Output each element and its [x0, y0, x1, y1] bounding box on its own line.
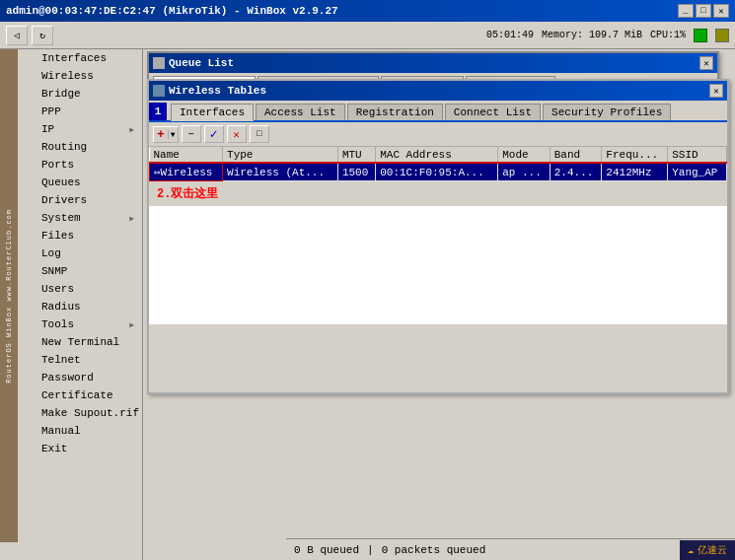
sidebar-item-ports[interactable]: Ports [18, 156, 142, 174]
sidebar-item-system[interactable]: System ▶ [18, 209, 142, 227]
sidebar-item-telnet[interactable]: Telnet [18, 351, 142, 369]
tab-access-list[interactable]: Access List [256, 104, 345, 120]
queue-list-close-button[interactable]: ✕ [699, 56, 713, 70]
wireless-title: Wireless Tables [169, 85, 266, 97]
sidebar-item-label: System [41, 212, 81, 224]
tab-security-profiles[interactable]: Security Profiles [543, 104, 671, 120]
sidebar-item-queues[interactable]: Queues [18, 174, 142, 191]
sidebar-item-tools[interactable]: Tools ▶ [18, 315, 142, 333]
wireless-tab-bar: 1 Interfaces Access List Registration Co… [149, 101, 727, 122]
tab-number-indicator: 1 [149, 103, 167, 120]
tab-interfaces[interactable]: Interfaces [171, 104, 254, 121]
sidebar-item-users[interactable]: Users [18, 280, 142, 298]
col-mode: Mode [498, 147, 551, 164]
sidebar-item-exit[interactable]: Exit [18, 440, 142, 457]
content-area: Queue List ✕ Simple Queues Interface Que… [143, 49, 735, 560]
arrow-icon: ▶ [129, 125, 134, 134]
sidebar-item-drivers[interactable]: Drivers [18, 191, 142, 209]
sidebar-item-manual[interactable]: Manual [18, 422, 142, 440]
sidebar-item-label: Files [41, 230, 74, 242]
wireless-empty-area [149, 206, 727, 324]
sidebar-item-label: Make Supout.rif [41, 407, 139, 419]
main-toolbar: ◁ ↻ 05:01:49 Memory: 109.7 MiB CPU:1% [0, 22, 735, 49]
tab-registration[interactable]: Registration [347, 104, 443, 120]
wireless-icon [153, 85, 165, 97]
cell-band: 2.4... [550, 164, 602, 181]
bottom-watermark: ☁ 亿速云 [680, 540, 735, 560]
sidebar-item-interfaces[interactable]: Interfaces [18, 49, 142, 67]
sidebar-item-label: Manual [41, 425, 81, 437]
back-button[interactable]: ◁ [6, 26, 28, 45]
col-type: Type [223, 147, 338, 164]
sidebar-item-label: Ports [41, 159, 74, 171]
table-header-row: Name Type MTU MAC Address Mode Band Freq… [150, 147, 727, 164]
time-display: 05:01:49 [486, 30, 534, 40]
watermark-text: RouterOS WinBox www.RouterClub.com [5, 209, 13, 384]
col-mtu: MTU [337, 147, 375, 164]
sidebar-item-label: Routing [41, 141, 87, 153]
sidebar-item-label: New Terminal [41, 336, 119, 348]
sidebar-item-routing[interactable]: Routing [18, 138, 142, 156]
sidebar-item-label: Bridge [41, 88, 81, 100]
sidebar-item-wireless[interactable]: Wireless [18, 67, 142, 85]
tab-connect-list[interactable]: Connect List [445, 104, 541, 120]
sidebar-item-make-supout[interactable]: Make Supout.rif [18, 404, 142, 422]
check-button[interactable]: ✓ [204, 125, 224, 143]
table-row[interactable]: ⇔Wireless Wireless (At... 1500 00:1C:F0:… [150, 164, 727, 181]
toolbar-nav: ◁ ↻ [6, 26, 53, 45]
wireless-table: Name Type MTU MAC Address Mode Band Freq… [149, 147, 727, 181]
sidebar-item-files[interactable]: Files [18, 227, 142, 245]
sidebar-item-label: Telnet [41, 354, 81, 366]
col-ssid: SSID [668, 147, 727, 164]
status-icon [715, 29, 729, 42]
minimize-button[interactable]: _ [678, 4, 694, 18]
sidebar-item-label: Interfaces [41, 52, 107, 64]
cell-name: ⇔Wireless [150, 164, 223, 181]
sidebar-item-bridge[interactable]: Bridge [18, 85, 142, 103]
sidebar-item-label: SNMP [41, 265, 67, 277]
refresh-button[interactable]: ↻ [32, 26, 53, 45]
cell-mtu: 1500 [337, 164, 375, 181]
packets-status: 0 packets queued [382, 544, 486, 556]
sidebar-item-ip[interactable]: IP ▶ [18, 120, 142, 138]
sidebar-item-label: Password [41, 372, 94, 384]
sidebar-item-ppp[interactable]: PPP [18, 103, 142, 120]
sidebar-item-snmp[interactable]: SNMP [18, 262, 142, 280]
sidebar-item-label: PPP [41, 105, 61, 117]
sidebar-item-label: Wireless [41, 70, 94, 82]
sidebar-item-label: Certificate [41, 389, 113, 401]
title-bar: admin@00:03:47:DE:C2:47 (MikroTik) - Win… [0, 0, 735, 22]
sidebar-item-label: Drivers [41, 194, 87, 206]
cell-freq: 2412MHz [602, 164, 668, 181]
sidebar-item-label: Tools [41, 318, 74, 330]
app-title: admin@00:03:47:DE:C2:47 (MikroTik) - Win… [6, 5, 338, 17]
instruction-text: 2.双击这里 [149, 181, 727, 206]
wireless-close-button[interactable]: ✕ [709, 84, 723, 98]
sidebar-item-new-terminal[interactable]: New Terminal [18, 333, 142, 351]
sidebar-item-radius[interactable]: Radius [18, 298, 142, 315]
cell-ssid: Yang_AP [668, 164, 727, 181]
cpu-display: CPU:1% [650, 30, 686, 40]
arrow-icon: ▶ [129, 320, 134, 329]
table-toolbar: + ▼ − ✓ ✕ □ [149, 122, 727, 147]
cancel-button[interactable]: ✕ [227, 125, 247, 143]
sidebar-item-certificate[interactable]: Certificate [18, 386, 142, 404]
title-bar-buttons: _ □ ✕ [678, 4, 729, 18]
sidebar-item-label: Users [41, 283, 74, 295]
add-icon[interactable]: + [154, 127, 168, 142]
add-button-group[interactable]: + ▼ [153, 126, 179, 143]
copy-button[interactable]: □ [250, 125, 269, 143]
close-button[interactable]: ✕ [713, 4, 729, 18]
sidebar-item-log[interactable]: Log [18, 245, 142, 262]
status-separator: | [367, 544, 374, 556]
remove-button[interactable]: − [182, 125, 201, 143]
cell-mac: 00:1C:F0:95:A... [376, 164, 498, 181]
watermark-brand: 亿速云 [698, 543, 727, 557]
maximize-button[interactable]: □ [696, 4, 711, 18]
main-layout: RouterOS WinBox www.RouterClub.com Inter… [0, 49, 735, 560]
arrow-icon: ▶ [129, 214, 134, 223]
sidebar-item-label: IP [41, 123, 54, 135]
sidebar-item-password[interactable]: Password [18, 369, 142, 386]
cpu-indicator-box [694, 29, 707, 42]
add-dropdown-icon[interactable]: ▼ [168, 130, 178, 139]
